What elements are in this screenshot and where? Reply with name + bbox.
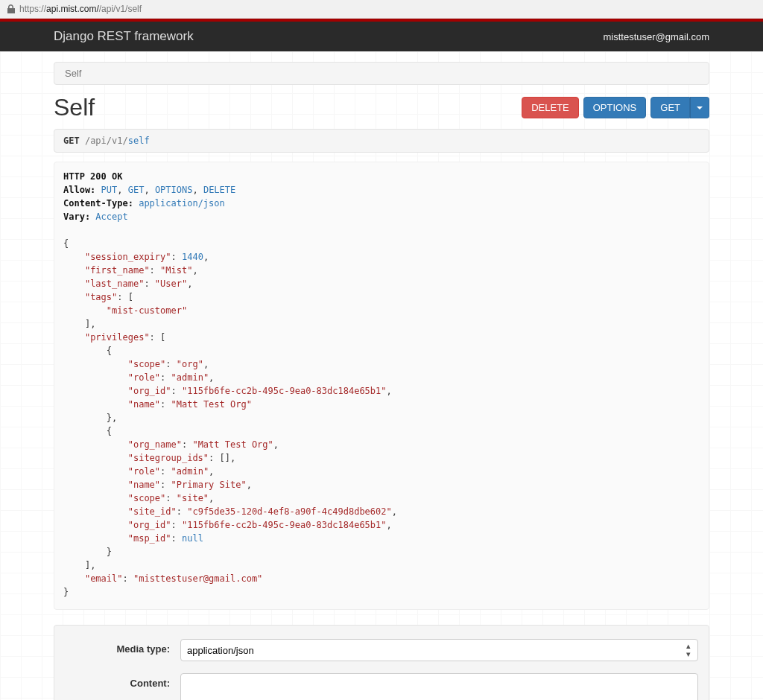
request-path-leaf: self (128, 136, 150, 146)
get-button[interactable]: GET (650, 97, 690, 118)
get-dropdown-button[interactable] (690, 97, 709, 118)
breadcrumb: Self (54, 62, 709, 85)
request-path-prefix: /api/v1/ (85, 136, 128, 146)
media-type-select[interactable]: application/json (180, 639, 698, 661)
navbar-user[interactable]: misttestuser@gmail.com (603, 31, 709, 42)
content-textarea[interactable] (180, 673, 698, 700)
request-method: GET (63, 136, 80, 146)
chevron-down-icon (697, 106, 703, 109)
response-body: HTTP 200 OK Allow: PUT, GET, OPTIONS, DE… (54, 162, 709, 610)
put-form: Media type: application/json ▴▾ Content: (54, 625, 709, 700)
lock-icon (7, 4, 15, 13)
breadcrumb-item[interactable]: Self (65, 68, 81, 79)
content-label: Content: (65, 673, 180, 700)
delete-button[interactable]: DELETE (522, 97, 579, 118)
url-path: /api/v1/self (99, 4, 142, 14)
request-line: GET /api/v1/self (54, 129, 709, 153)
page-title: Self (54, 94, 95, 121)
url-host: api.mist.com/ (46, 4, 99, 14)
options-button[interactable]: OPTIONS (583, 97, 647, 118)
action-buttons: DELETE OPTIONS GET (522, 97, 709, 118)
url-scheme: https:// (19, 4, 46, 14)
browser-address-bar: https://api.mist.com//api/v1/self (0, 0, 763, 19)
navbar: Django REST framework misttestuser@gmail… (0, 22, 763, 51)
media-type-label: Media type: (65, 639, 180, 661)
brand-link[interactable]: Django REST framework (54, 29, 194, 44)
